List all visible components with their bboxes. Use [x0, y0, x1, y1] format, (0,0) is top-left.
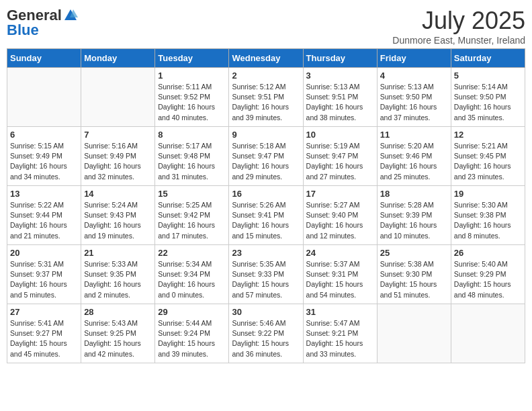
day-number: 24 — [306, 248, 374, 258]
day-info: Sunrise: 5:18 AM Sunset: 9:47 PM Dayligh… — [232, 141, 300, 182]
day-info: Sunrise: 5:35 AM Sunset: 9:33 PM Dayligh… — [232, 259, 300, 300]
day-number: 17 — [306, 189, 374, 199]
day-number: 19 — [454, 189, 522, 199]
day-info: Sunrise: 5:13 AM Sunset: 9:50 PM Dayligh… — [380, 82, 448, 123]
day-info: Sunrise: 5:44 AM Sunset: 9:24 PM Dayligh… — [158, 318, 226, 359]
day-number: 23 — [232, 248, 300, 258]
day-info: Sunrise: 5:15 AM Sunset: 9:49 PM Dayligh… — [10, 141, 78, 182]
day-info: Sunrise: 5:13 AM Sunset: 9:51 PM Dayligh… — [306, 82, 374, 123]
day-info: Sunrise: 5:12 AM Sunset: 9:51 PM Dayligh… — [232, 82, 300, 123]
day-number: 5 — [454, 71, 522, 81]
day-info: Sunrise: 5:28 AM Sunset: 9:39 PM Dayligh… — [380, 200, 448, 241]
calendar-day-cell: 22Sunrise: 5:34 AM Sunset: 9:34 PM Dayli… — [155, 245, 229, 304]
calendar-day-cell: 24Sunrise: 5:37 AM Sunset: 9:31 PM Dayli… — [303, 245, 377, 304]
day-info: Sunrise: 5:26 AM Sunset: 9:41 PM Dayligh… — [232, 200, 300, 241]
logo-blue: Blue — [7, 21, 39, 39]
day-info: Sunrise: 5:40 AM Sunset: 9:29 PM Dayligh… — [454, 259, 522, 300]
logo-icon — [63, 8, 78, 23]
day-number: 3 — [306, 71, 374, 81]
calendar-day-cell: 23Sunrise: 5:35 AM Sunset: 9:33 PM Dayli… — [229, 245, 303, 304]
day-number: 29 — [158, 307, 226, 317]
calendar-day-cell: 17Sunrise: 5:27 AM Sunset: 9:40 PM Dayli… — [303, 186, 377, 245]
day-number: 21 — [84, 248, 152, 258]
day-number: 2 — [232, 71, 300, 81]
day-number: 14 — [84, 189, 152, 199]
calendar-day-cell: 25Sunrise: 5:38 AM Sunset: 9:30 PM Dayli… — [377, 245, 451, 304]
day-number: 4 — [380, 71, 448, 81]
calendar-week-row: 20Sunrise: 5:31 AM Sunset: 9:37 PM Dayli… — [7, 245, 525, 304]
calendar-header-row: SundayMondayTuesdayWednesdayThursdayFrid… — [7, 49, 525, 68]
day-number: 30 — [232, 307, 300, 317]
day-info: Sunrise: 5:46 AM Sunset: 9:22 PM Dayligh… — [232, 318, 300, 359]
calendar-day-cell: 7Sunrise: 5:16 AM Sunset: 9:49 PM Daylig… — [81, 127, 155, 186]
calendar-day-cell: 18Sunrise: 5:28 AM Sunset: 9:39 PM Dayli… — [377, 186, 451, 245]
day-info: Sunrise: 5:34 AM Sunset: 9:34 PM Dayligh… — [158, 259, 226, 300]
day-number: 25 — [380, 248, 448, 258]
day-number: 28 — [84, 307, 152, 317]
calendar-day-cell: 28Sunrise: 5:43 AM Sunset: 9:25 PM Dayli… — [81, 304, 155, 363]
day-info: Sunrise: 5:20 AM Sunset: 9:46 PM Dayligh… — [380, 141, 448, 182]
day-number: 15 — [158, 189, 226, 199]
day-info: Sunrise: 5:25 AM Sunset: 9:42 PM Dayligh… — [158, 200, 226, 241]
calendar-day-cell: 29Sunrise: 5:44 AM Sunset: 9:24 PM Dayli… — [155, 304, 229, 363]
day-info: Sunrise: 5:41 AM Sunset: 9:27 PM Dayligh… — [10, 318, 78, 359]
day-number: 10 — [306, 130, 374, 140]
calendar-day-header: Friday — [377, 49, 451, 68]
calendar-day-cell — [451, 304, 525, 363]
calendar-day-cell: 10Sunrise: 5:19 AM Sunset: 9:47 PM Dayli… — [303, 127, 377, 186]
calendar-day-header: Saturday — [451, 49, 525, 68]
calendar-day-cell: 9Sunrise: 5:18 AM Sunset: 9:47 PM Daylig… — [229, 127, 303, 186]
logo: General Blue — [7, 7, 78, 39]
day-info: Sunrise: 5:17 AM Sunset: 9:48 PM Dayligh… — [158, 141, 226, 182]
calendar-week-row: 6Sunrise: 5:15 AM Sunset: 9:49 PM Daylig… — [7, 127, 525, 186]
day-info: Sunrise: 5:24 AM Sunset: 9:43 PM Dayligh… — [84, 200, 152, 241]
day-number: 31 — [306, 307, 374, 317]
day-number: 8 — [158, 130, 226, 140]
day-number: 7 — [84, 130, 152, 140]
calendar-day-header: Thursday — [303, 49, 377, 68]
day-number: 12 — [454, 130, 522, 140]
calendar-day-cell — [377, 304, 451, 363]
calendar-day-cell: 30Sunrise: 5:46 AM Sunset: 9:22 PM Dayli… — [229, 304, 303, 363]
day-info: Sunrise: 5:22 AM Sunset: 9:44 PM Dayligh… — [10, 200, 78, 241]
day-info: Sunrise: 5:31 AM Sunset: 9:37 PM Dayligh… — [10, 259, 78, 300]
calendar-day-cell: 8Sunrise: 5:17 AM Sunset: 9:48 PM Daylig… — [155, 127, 229, 186]
calendar-day-cell: 12Sunrise: 5:21 AM Sunset: 9:45 PM Dayli… — [451, 127, 525, 186]
calendar-day-cell: 16Sunrise: 5:26 AM Sunset: 9:41 PM Dayli… — [229, 186, 303, 245]
day-info: Sunrise: 5:16 AM Sunset: 9:49 PM Dayligh… — [84, 141, 152, 182]
day-info: Sunrise: 5:14 AM Sunset: 9:50 PM Dayligh… — [454, 82, 522, 123]
day-number: 1 — [158, 71, 226, 81]
calendar-day-cell — [7, 68, 81, 127]
calendar-day-cell: 15Sunrise: 5:25 AM Sunset: 9:42 PM Dayli… — [155, 186, 229, 245]
day-info: Sunrise: 5:27 AM Sunset: 9:40 PM Dayligh… — [306, 200, 374, 241]
day-info: Sunrise: 5:43 AM Sunset: 9:25 PM Dayligh… — [84, 318, 152, 359]
calendar-day-cell: 21Sunrise: 5:33 AM Sunset: 9:35 PM Dayli… — [81, 245, 155, 304]
page-header: General Blue July 2025 Dunmore East, Mun… — [7, 7, 525, 46]
title-block: July 2025 Dunmore East, Munster, Ireland — [392, 7, 525, 46]
calendar-day-cell: 31Sunrise: 5:47 AM Sunset: 9:21 PM Dayli… — [303, 304, 377, 363]
day-info: Sunrise: 5:33 AM Sunset: 9:35 PM Dayligh… — [84, 259, 152, 300]
calendar-day-cell — [81, 68, 155, 127]
calendar-day-header: Sunday — [7, 49, 81, 68]
calendar-day-cell: 5Sunrise: 5:14 AM Sunset: 9:50 PM Daylig… — [451, 68, 525, 127]
day-info: Sunrise: 5:21 AM Sunset: 9:45 PM Dayligh… — [454, 141, 522, 182]
day-info: Sunrise: 5:30 AM Sunset: 9:38 PM Dayligh… — [454, 200, 522, 241]
calendar-day-cell: 19Sunrise: 5:30 AM Sunset: 9:38 PM Dayli… — [451, 186, 525, 245]
calendar-day-header: Monday — [81, 49, 155, 68]
calendar-day-cell: 13Sunrise: 5:22 AM Sunset: 9:44 PM Dayli… — [7, 186, 81, 245]
calendar-week-row: 27Sunrise: 5:41 AM Sunset: 9:27 PM Dayli… — [7, 304, 525, 363]
day-number: 22 — [158, 248, 226, 258]
day-number: 26 — [454, 248, 522, 258]
day-info: Sunrise: 5:11 AM Sunset: 9:52 PM Dayligh… — [158, 82, 226, 123]
calendar-day-cell: 6Sunrise: 5:15 AM Sunset: 9:49 PM Daylig… — [7, 127, 81, 186]
day-number: 27 — [10, 307, 78, 317]
location-subtitle: Dunmore East, Munster, Ireland — [392, 35, 525, 46]
calendar-day-header: Tuesday — [155, 49, 229, 68]
day-info: Sunrise: 5:47 AM Sunset: 9:21 PM Dayligh… — [306, 318, 374, 359]
day-number: 13 — [10, 189, 78, 199]
calendar-table: SundayMondayTuesdayWednesdayThursdayFrid… — [7, 48, 525, 363]
day-number: 9 — [232, 130, 300, 140]
month-title: July 2025 — [392, 7, 525, 35]
calendar-day-cell: 3Sunrise: 5:13 AM Sunset: 9:51 PM Daylig… — [303, 68, 377, 127]
calendar-day-cell: 2Sunrise: 5:12 AM Sunset: 9:51 PM Daylig… — [229, 68, 303, 127]
